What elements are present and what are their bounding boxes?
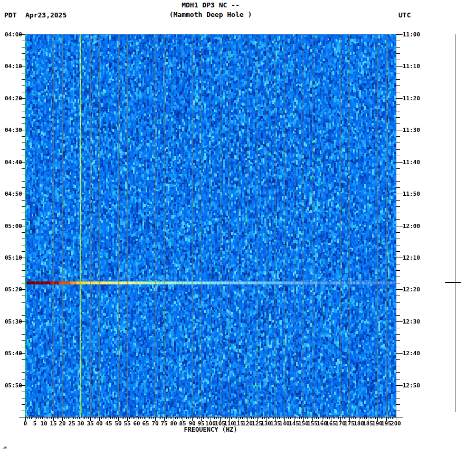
right-axis-label: 12:50 <box>403 383 427 388</box>
left-axis-tick <box>22 219 25 220</box>
right-axis-tick <box>396 111 400 111</box>
bottom-axis-tick <box>259 417 259 419</box>
bottom-axis-tick <box>374 417 374 419</box>
bottom-axis-tick <box>364 417 365 419</box>
bottom-axis-tick <box>255 417 255 419</box>
left-axis-label: 04:30 <box>0 127 22 133</box>
bottom-axis-tick <box>363 417 363 419</box>
timezone-right-label: UTC <box>398 11 411 19</box>
right-axis-tick <box>396 372 400 373</box>
right-axis-tick <box>396 366 400 366</box>
bottom-axis-tick <box>50 417 50 419</box>
right-axis-tick <box>396 149 400 150</box>
bottom-axis-tick <box>355 417 356 419</box>
right-axis-label: 11:50 <box>403 191 427 197</box>
bottom-axis-tick <box>366 417 367 419</box>
bottom-axis-tick <box>103 417 103 419</box>
right-axis-tick <box>396 315 400 316</box>
left-axis-tick <box>22 156 25 156</box>
bottom-axis-tick <box>383 417 383 419</box>
left-axis-label: 04:50 <box>0 191 22 197</box>
left-axis-tick <box>22 277 25 277</box>
right-axis-tick <box>396 277 400 277</box>
bottom-axis-tick <box>318 417 319 419</box>
left-axis-tick <box>22 398 25 398</box>
bottom-axis-tick <box>205 417 205 419</box>
bottom-axis-tick <box>142 417 142 419</box>
bottom-axis-tick <box>175 417 176 419</box>
left-axis-tick <box>22 392 25 392</box>
bottom-axis-tick <box>79 417 80 419</box>
bottom-axis-tick <box>87 417 87 419</box>
bottom-axis-tick <box>120 417 120 419</box>
left-axis-tick <box>22 47 25 48</box>
bottom-axis-tick <box>151 417 152 419</box>
bottom-axis-tick <box>381 417 382 419</box>
bottom-axis-tick <box>77 417 78 419</box>
right-axis-tick <box>396 175 400 175</box>
watermark-text: .M <box>2 446 6 450</box>
bottom-axis-tick <box>216 417 217 419</box>
right-axis-tick <box>396 60 400 60</box>
bottom-axis-tick <box>153 417 154 419</box>
right-axis-tick <box>396 398 400 398</box>
bottom-axis-tick <box>148 417 148 419</box>
page-title: MDH1 DP3 NC -- <box>25 1 396 9</box>
right-axis-tick <box>396 411 400 411</box>
right-axis-tick <box>396 34 403 35</box>
left-axis-tick <box>22 213 25 213</box>
left-axis-tick <box>22 111 25 111</box>
bottom-axis-tick <box>163 417 163 419</box>
left-axis-tick <box>22 379 25 379</box>
right-axis-tick <box>396 239 400 239</box>
bottom-axis-tick <box>59 417 59 419</box>
bottom-axis-tick <box>292 417 292 419</box>
right-axis-tick <box>396 187 400 188</box>
left-axis-label: 05:50 <box>0 383 22 388</box>
left-axis-tick <box>22 359 25 360</box>
right-axis-tick <box>396 73 400 73</box>
bottom-axis-tick <box>351 417 352 419</box>
left-axis-tick <box>22 187 25 188</box>
left-axis-tick <box>22 206 25 207</box>
right-axis-tick <box>396 47 400 48</box>
left-axis-tick <box>22 239 25 239</box>
bottom-axis-tick <box>107 417 107 419</box>
right-axis-tick <box>396 41 400 41</box>
bottom-axis-tick <box>186 417 187 419</box>
bottom-axis-tick <box>160 417 161 419</box>
bottom-axis-tick <box>123 417 124 419</box>
bottom-axis-tick <box>288 417 289 419</box>
right-axis-tick <box>396 194 403 194</box>
bottom-axis-tick <box>27 417 28 419</box>
bottom-axis-tick <box>84 417 85 419</box>
left-axis-tick <box>22 296 25 296</box>
left-axis-label: 05:30 <box>0 319 22 325</box>
left-axis-tick <box>22 79 25 80</box>
bottom-axis-tick <box>311 417 311 419</box>
right-axis-tick <box>396 79 400 80</box>
left-axis-tick <box>22 334 25 335</box>
right-axis-tick <box>396 347 400 347</box>
bottom-axis-tick <box>315 417 315 419</box>
timezone-left-label: PDT <box>4 11 16 19</box>
right-axis-tick <box>396 417 403 417</box>
bottom-axis-tick <box>170 417 170 419</box>
right-axis-tick <box>396 379 400 379</box>
bottom-axis-tick <box>353 417 354 419</box>
bottom-axis-tick <box>236 417 237 419</box>
right-axis-tick <box>396 334 400 335</box>
x-axis-tick-label: 200 <box>388 421 404 426</box>
bottom-axis-tick <box>199 417 200 419</box>
left-axis-tick <box>22 86 25 86</box>
scale-bar-event-marker <box>445 282 461 283</box>
bottom-axis-tick <box>307 417 308 419</box>
bottom-axis-tick <box>379 417 379 419</box>
bottom-axis-tick <box>273 417 274 419</box>
right-axis-label: 11:40 <box>403 159 427 165</box>
bottom-axis-tick <box>36 417 37 419</box>
left-axis-tick <box>22 142 25 143</box>
bottom-axis-tick <box>316 417 317 419</box>
right-axis-tick <box>396 130 403 130</box>
right-axis-label: 12:20 <box>403 287 427 292</box>
